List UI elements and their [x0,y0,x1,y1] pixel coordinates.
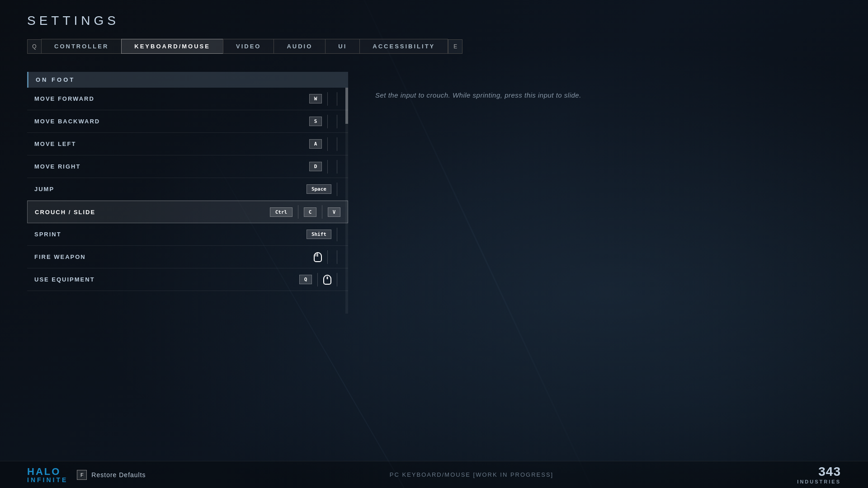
key-d[interactable]: D [309,162,322,171]
key-sep1 [298,205,298,219]
binding-row-move-backward[interactable]: MOVE BACKWARD S [27,110,348,133]
keys-move-left: A [309,137,341,151]
tab-keyboard-mouse[interactable]: KEYBOARD/MOUSE [121,39,223,54]
tab-nav-right[interactable]: E [448,39,462,54]
key-s[interactable]: S [309,117,322,126]
key-space[interactable]: Space [307,184,331,194]
key-sep [337,228,337,241]
page-title: SETTINGS [27,14,841,28]
binding-row-move-left[interactable]: MOVE LEFT A [27,133,348,155]
binding-row-crouch-slide[interactable]: CROUCH / SLIDE Ctrl C V [27,201,348,223]
keys-use-equipment: Q [299,273,341,286]
binding-row-fire-weapon[interactable]: FIRE WEAPON [27,246,348,268]
binding-name-crouch-slide: CROUCH / SLIDE [35,209,270,216]
keys-jump: Space [307,183,341,196]
binding-name-jump: JUMP [34,186,307,192]
key-sep [327,250,328,264]
tab-accessibility[interactable]: ACCESSIBILITY [359,39,448,54]
bindings-scroll-area[interactable]: MOVE FORWARD W MOVE BACKWARD S [27,88,348,314]
keys-move-right: D [309,160,341,174]
binding-row-move-forward[interactable]: MOVE FORWARD W [27,88,348,110]
binding-name-move-backward: MOVE BACKWARD [34,118,309,125]
binding-row-move-right[interactable]: MOVE RIGHT D [27,155,348,178]
binding-name-sprint: SPRINT [34,231,307,238]
key-c[interactable]: C [304,207,316,217]
key-sep2 [337,137,337,151]
key-sep [337,183,337,196]
tab-nav-left[interactable]: Q [27,39,42,54]
keys-fire-weapon [314,250,341,264]
key-sep2 [337,273,337,286]
key-v[interactable]: V [328,207,340,217]
key-sep2 [337,115,337,128]
key-sep2 [322,205,322,219]
key-q[interactable]: Q [299,275,312,284]
keys-sprint: Shift [307,228,341,241]
tab-video[interactable]: VIDEO [223,39,274,54]
binding-name-move-forward: MOVE FORWARD [34,95,309,102]
binding-row-use-equipment[interactable]: USE EQUIPMENT Q [27,268,348,291]
keys-move-backward: S [309,115,341,128]
binding-name-move-right: MOVE RIGHT [34,163,309,170]
info-panel: Set the input to crouch. While sprinting… [375,72,841,460]
tab-controller[interactable]: CONTROLLER [41,39,122,54]
key-sep [327,137,328,151]
key-sep [327,115,328,128]
scroll-track[interactable]: ▲ ▼ [345,88,348,314]
mouse-middle-button-icon[interactable] [323,275,331,285]
binding-row-sprint[interactable]: SPRINT Shift [27,223,348,246]
key-sep2 [337,160,337,174]
main-container: SETTINGS Q CONTROLLER KEYBOARD/MOUSE VID… [0,0,868,488]
tab-ui[interactable]: UI [325,39,360,54]
binding-name-fire-weapon: FIRE WEAPON [34,253,314,260]
key-sep [317,273,318,286]
key-a[interactable]: A [309,139,322,149]
key-sep [327,92,328,106]
content-area: ON FOOT MOVE FORWARD W MOVE BACKWARD S [27,72,841,460]
info-description: Set the input to crouch. While sprinting… [375,90,841,101]
key-sep [327,160,328,174]
key-sep2 [337,250,337,264]
key-shift[interactable]: Shift [307,230,331,239]
mouse-left-button-icon[interactable] [314,252,322,262]
tab-audio[interactable]: AUDIO [274,39,326,54]
binding-name-use-equipment: USE EQUIPMENT [34,276,299,283]
bindings-panel: ON FOOT MOVE FORWARD W MOVE BACKWARD S [27,72,348,460]
key-w[interactable]: W [309,94,322,103]
scroll-thumb[interactable] [345,88,348,124]
keys-move-forward: W [309,92,341,106]
tab-bar: Q CONTROLLER KEYBOARD/MOUSE VIDEO AUDIO … [27,39,841,54]
key-ctrl[interactable]: Ctrl [270,207,292,217]
binding-row-jump[interactable]: JUMP Space [27,178,348,201]
section-header: ON FOOT [27,72,348,88]
binding-name-move-left: MOVE LEFT [34,141,309,147]
keys-crouch-slide: Ctrl C V [270,205,340,219]
key-sep2 [337,92,337,106]
